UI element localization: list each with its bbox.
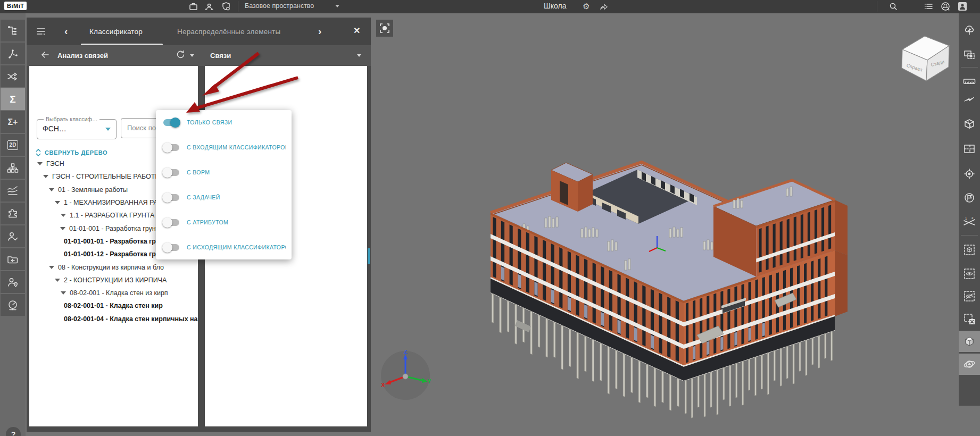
expand-arrow-icon[interactable] [60,227,65,230]
tab-classifier[interactable]: Классификатор [89,18,143,45]
briefcase-icon[interactable] [187,1,199,12]
team-icon[interactable] [203,1,215,12]
svg-text:1: 1 [965,217,967,220]
toggle-label: С ЗАДАЧЕЙ [187,194,220,200]
refresh-icon[interactable] [176,50,185,59]
links-collapse-caret-icon[interactable] [357,54,361,57]
tree-vegetation-icon[interactable] [959,20,980,41]
right-toolbar-divider-2 [961,235,978,236]
expand-arrow-icon[interactable] [61,291,66,295]
axis-label-y: Y [427,378,431,384]
toggle-with-attribute[interactable] [163,219,179,226]
shield-icon[interactable] [220,1,232,12]
expand-arrow-icon[interactable] [55,279,60,282]
sigma-quantities-icon-active[interactable]: Σ [1,88,25,110]
analysis-back-icon[interactable] [40,50,50,60]
tree-row[interactable]: 08-02-001-01 - Кладка стен кир [29,299,198,312]
filter-toggle-row[interactable]: С ВОРМ [163,163,286,181]
orbit-mode-icon[interactable] [959,354,980,375]
right-toolbar-divider [961,67,978,68]
axis-label-x: X [381,382,385,388]
ruler-icon[interactable] [959,71,980,92]
filter-toggle-row[interactable]: ТОЛЬКО СВЯЗИ [163,113,286,131]
gauge-icon[interactable] [1,294,25,316]
filter-toggle-row[interactable]: С ИСХОДЯЩИМ КЛАССИФИКАТОРОМ [163,238,286,256]
filter-toggle-row[interactable]: С ВХОДЯЩИМ КЛАССИФИКАТОРОМ [163,138,286,156]
show-selection-eye-icon[interactable] [959,263,980,284]
shuffle-icon[interactable] [1,65,25,87]
trend-lines-icon[interactable] [1,180,25,202]
flag-icon[interactable] [959,187,980,208]
tree-row[interactable]: 08-02-001 - Кладка стен из кирп [29,287,198,299]
svg-text:2: 2 [971,216,974,220]
relations-branch-icon[interactable] [1,43,25,64]
clear-selection-icon[interactable] [959,308,980,330]
expand-arrow-icon[interactable] [49,188,54,191]
analysis-menu-caret-icon[interactable] [190,54,194,57]
panel-subheaders: Анализ связей Связи [27,45,371,66]
tree-row[interactable]: 08-02-001-04 - Кладка стен кирпичных на… [29,313,198,325]
toggle-only-links[interactable] [163,119,179,126]
toggle-with-vorm[interactable] [163,169,179,176]
tab-unallocated-elements[interactable]: Нераспределённые элементы [177,18,280,45]
project-title: Школа [544,2,567,10]
filter-toggle-row[interactable]: С ЗАДАЧЕЙ [163,188,286,206]
shaded-view-cube-icon[interactable] [959,331,980,352]
expand-arrow-icon[interactable] [43,175,48,178]
tree-row[interactable]: 2 - КОНСТРУКЦИИ ИЗ КИРПИЧА [29,274,198,287]
search-icon[interactable] [887,1,899,12]
panel-tab-bar: ‹ Классификатор Нераспределённые элемент… [27,18,371,45]
topbar-divider [238,1,238,12]
workspace-selector[interactable]: Базовое пространство [245,2,314,10]
org-chart-icon[interactable] [1,157,25,179]
flash-clash-icon[interactable] [959,89,980,111]
right-toolbar: 1 2 [959,13,980,406]
tabs-scroll-right-icon[interactable]: › [318,26,321,37]
section-box-icon[interactable] [959,113,980,135]
expand-arrow-icon[interactable] [61,214,66,217]
axis-gizmo[interactable]: Z X Y [380,350,431,401]
panel-menu-icon[interactable] [36,26,47,37]
drawings-2d-icon[interactable]: 2D [1,134,25,156]
sigma-plus-icon[interactable]: Σ+ [1,111,25,133]
toggle-label: С ВОРМ [187,169,210,175]
hide-selection-eye-off-icon[interactable] [959,286,980,307]
classifier-select-caret-icon [105,128,111,131]
app-logo[interactable]: BiMiT [4,2,27,10]
tabs-scroll-left-icon[interactable]: ‹ [64,26,68,37]
toggle-with-outgoing-classifier[interactable] [163,244,179,251]
settings-gear-icon[interactable]: ⚙ [580,1,592,12]
toggle-with-task[interactable] [163,194,179,201]
expand-arrow-icon[interactable] [49,266,54,269]
list-icon[interactable] [923,1,934,12]
expand-arrow-icon[interactable] [37,162,43,165]
floor-plan-icon[interactable] [959,138,980,160]
account-icon[interactable] [957,1,968,12]
user-location-icon[interactable] [1,271,25,293]
share-icon[interactable] [598,1,610,12]
expand-arrow-icon[interactable] [55,201,60,204]
measure-cut-icon[interactable]: 1 2 [959,212,980,233]
folder-import-icon[interactable] [1,248,25,270]
user-check-icon[interactable] [1,225,25,247]
fit-view-button[interactable] [376,20,393,37]
left-toolbar: Σ Σ+ 2D [0,13,26,436]
notifications-icon[interactable] [940,1,951,12]
toggle-with-incoming-classifier[interactable] [163,144,179,151]
bimit-app: Справа Сзади Z X Y BiMiT [0,0,980,436]
workspace-caret-icon[interactable] [335,5,339,7]
filter-toggle-row[interactable]: С АТРИБУТОМ [163,213,286,231]
tree-row[interactable]: 08 - Конструкции из кирпича и бло [29,261,198,273]
model-tree-icon[interactable] [1,20,25,41]
collapse-tree-button[interactable]: СВЕРНУТЬ ДЕРЕВО [36,147,107,158]
help-button[interactable]: ? [6,427,21,436]
top-bar: BiMiT Базовое пространство Школа ⚙ [0,0,980,13]
panel-resize-handle[interactable] [368,248,370,264]
selection-sets-icon[interactable] [959,44,980,65]
isolate-selection-icon[interactable] [959,239,980,261]
classifier-select[interactable]: Выбрать классиф… ФСН… [37,119,117,139]
panel-close-icon[interactable]: ✕ [353,26,360,36]
navigation-cube[interactable]: Справа Сзади [897,32,956,85]
locate-target-icon[interactable] [959,163,980,185]
plugins-puzzle-icon[interactable] [1,203,25,224]
